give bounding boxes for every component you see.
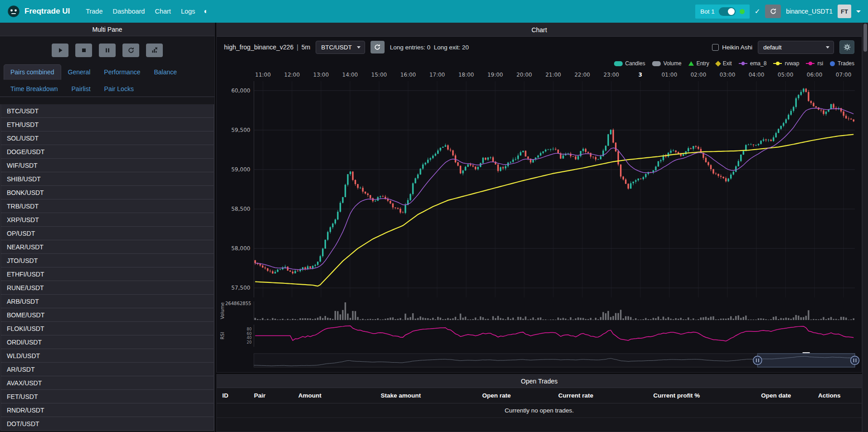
nav-item-dashboard[interactable]: Dashboard [107, 4, 150, 19]
candlestick-chart[interactable]: 11:0012:0013:0014:0015:0016:0017:0018:00… [217, 69, 862, 372]
ema-8-line-icon [739, 63, 747, 64]
pair-row-ar-usdt[interactable]: AR/USDT [0, 362, 214, 376]
stop-button[interactable] [75, 44, 92, 57]
pair-row-jto-usdt[interactable]: JTO/USDT [0, 253, 214, 267]
pair-row-avax-usdt[interactable]: AVAX/USDT [0, 376, 214, 390]
legend-label: rsi [817, 60, 823, 67]
start-button[interactable] [52, 44, 68, 57]
chart-title: Chart [217, 23, 862, 37]
legend-label: Exit [723, 60, 732, 67]
reload-button[interactable] [122, 44, 139, 57]
freqtrade-logo-icon [7, 5, 20, 18]
tab-balance[interactable]: Balance [147, 64, 184, 80]
tab-pair-locks[interactable]: Pair Locks [98, 81, 141, 97]
nav-items: TradeDashboardChartLogs [81, 4, 200, 19]
svg-text:12:00: 12:00 [284, 72, 300, 78]
tab-pairlist[interactable]: Pairlist [65, 81, 98, 97]
column-header-open-date: Open date [761, 392, 818, 399]
page-scrollbar[interactable] [862, 23, 868, 432]
svg-text:03:00: 03:00 [720, 72, 736, 78]
legend-item-volume[interactable]: Volume [652, 60, 682, 67]
pair-row-arb-usdt[interactable]: ARB/USDT [0, 294, 214, 308]
bot-name: Bot 1 [700, 8, 715, 15]
pair-row-op-usdt[interactable]: OP/USDT [0, 226, 214, 240]
chart-refresh-button[interactable] [371, 41, 385, 53]
reload-button[interactable] [765, 5, 781, 18]
pair-row-wif-usdt[interactable]: WIF/USDT [0, 158, 214, 172]
pair-row-doge-usdt[interactable]: DOGE/USDT [0, 145, 214, 159]
timeframe-text: 5m [302, 44, 310, 51]
strategy-name: high_frog_binance_v226 | 5m [224, 44, 310, 51]
pair-row-trb-usdt[interactable]: TRB/USDT [0, 199, 214, 213]
tab-performance[interactable]: Performance [97, 64, 147, 80]
nav-item-logs[interactable]: Logs [176, 4, 200, 19]
pair-row-floki-usdt[interactable]: FLOKI/USDT [0, 321, 214, 335]
svg-text:59,000: 59,000 [231, 166, 250, 173]
rsi-line-icon [806, 63, 814, 64]
legend-label: ema_8 [750, 60, 767, 67]
bot-toggle[interactable] [719, 7, 736, 16]
pair-row-bonk-usdt[interactable]: BONK/USDT [0, 185, 214, 199]
chart-controls: high_frog_binance_v226 | 5m BTC/USDT Lon… [217, 37, 862, 58]
tab-general[interactable]: General [61, 64, 98, 80]
svg-text:RSI: RSI [220, 332, 225, 339]
pause-button[interactable] [99, 44, 116, 57]
open-trades-panel: Open Trades IDPairAmountStake amountOpen… [216, 374, 862, 432]
svg-text:22:00: 22:00 [575, 72, 590, 78]
legend-item-exit[interactable]: Exit [716, 60, 732, 67]
pair-row-sol-usdt[interactable]: SOL/USDT [0, 131, 214, 145]
legend-item-trades[interactable]: Trades [830, 60, 854, 67]
tab-pairs-combined[interactable]: Pairs combined [4, 64, 61, 80]
toggle-knob [728, 8, 735, 15]
pair-row-xrp-usdt[interactable]: XRP/USDT [0, 213, 214, 227]
scrollbar-thumb[interactable] [863, 24, 867, 52]
online-check-icon: ✓ [755, 7, 761, 15]
svg-text:19:00: 19:00 [488, 72, 503, 78]
pair-row-wld-usdt[interactable]: WLD/USDT [0, 349, 214, 363]
svg-text:17:00: 17:00 [429, 72, 445, 78]
brand-title: Freqtrade UI [24, 7, 70, 16]
pair-row-eth-usdt[interactable]: ETH/USDT [0, 117, 214, 131]
plot-settings-button[interactable] [839, 40, 854, 54]
svg-text:02:00: 02:00 [691, 72, 707, 78]
brand[interactable]: Freqtrade UI [7, 5, 70, 18]
legend-label: Trades [838, 60, 854, 67]
legend-item-candles[interactable]: Candles [614, 60, 645, 67]
pair-row-ethfi-usdt[interactable]: ETHFI/USDT [0, 267, 214, 281]
pair-row-dot-usdt[interactable]: DOT/USDT [0, 417, 214, 431]
theme-toggle-icon[interactable]: ◐ [204, 7, 208, 15]
bot-control-buttons [0, 36, 215, 63]
pair-row-rndr-usdt[interactable]: RNDR/USDT [0, 403, 214, 417]
pair-row-fet-usdt[interactable]: FET/USDT [0, 389, 214, 403]
nav-item-chart[interactable]: Chart [150, 4, 176, 19]
svg-text:18:00: 18:00 [458, 72, 474, 78]
pair-row-ordi-usdt[interactable]: ORDI/USDT [0, 335, 214, 349]
pair-row-shib-usdt[interactable]: SHIB/USDT [0, 172, 214, 186]
pair-row-near-usdt[interactable]: NEAR/USDT [0, 240, 214, 254]
legend-item-rsi[interactable]: rsi [806, 60, 823, 67]
pair-row-btc-usdt[interactable]: BTC/USDT [0, 104, 214, 118]
cancel-open-orders-button[interactable] [146, 44, 163, 57]
strategy-text: high_frog_binance_v226 [224, 44, 293, 51]
legend-item-ema-8[interactable]: ema_8 [739, 60, 767, 67]
legend-item-rvwap[interactable]: rvwap [773, 60, 799, 67]
avatar[interactable]: FT [838, 5, 851, 18]
svg-text:05:00: 05:00 [778, 72, 794, 78]
svg-text:06:00: 06:00 [807, 72, 823, 78]
bot-selector[interactable]: Bot 1 [695, 5, 750, 19]
nav-item-trade[interactable]: Trade [81, 4, 107, 19]
exit-diamond-icon [715, 61, 721, 67]
pair-select[interactable]: BTC/USDT [316, 41, 365, 54]
legend-item-entry[interactable]: Entry [688, 60, 709, 67]
plot-config-select[interactable]: default [758, 41, 834, 54]
chart-panel: Chart high_frog_binance_v226 | 5m BTC/US… [216, 23, 862, 373]
pair-row-rune-usdt[interactable]: RUNE/USDT [0, 281, 214, 295]
long-exits-label: Long exit: 20 [434, 44, 469, 51]
navbar: Freqtrade UI TradeDashboardChartLogs ◐ B… [0, 0, 868, 23]
heikin-ashi-checkbox[interactable] [712, 44, 719, 51]
tab-time-breakdown[interactable]: Time Breakdown [4, 81, 65, 97]
svg-text:20: 20 [247, 340, 252, 345]
pair-row-bome-usdt[interactable]: BOME/USDT [0, 308, 214, 322]
refresh-icon [770, 8, 777, 15]
chevron-down-icon[interactable] [856, 10, 861, 13]
